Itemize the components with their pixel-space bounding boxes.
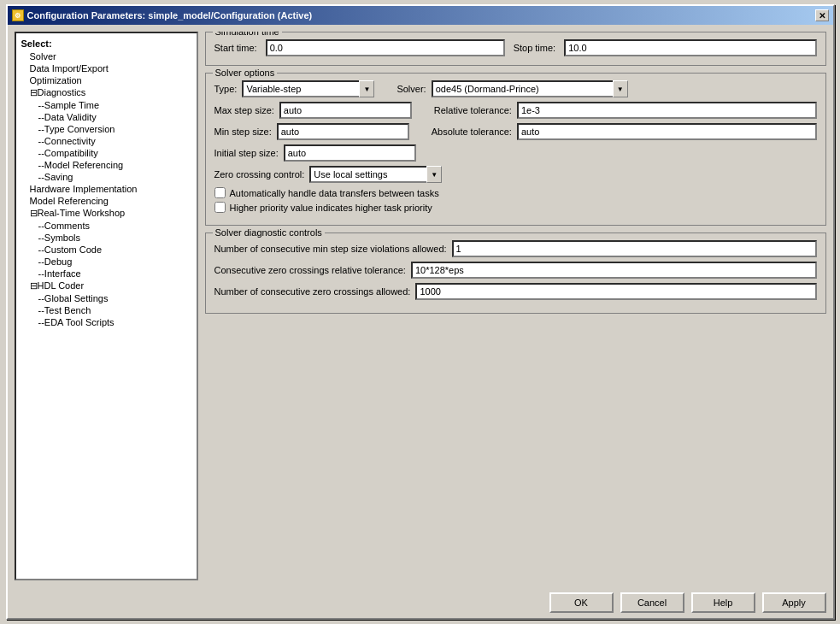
init-step-input[interactable] xyxy=(284,144,416,162)
simulation-time-group: Simulation time Start time: Stop time: xyxy=(205,32,826,66)
checkbox2[interactable] xyxy=(214,202,226,213)
sidebar-item-model-referencing-diag[interactable]: -- Model Referencing xyxy=(16,159,197,171)
help-button[interactable]: Help xyxy=(691,592,755,613)
max-step-label: Max step size: xyxy=(214,105,274,115)
sidebar-item-symbols[interactable]: -- Symbols xyxy=(16,232,197,244)
max-step-input[interactable] xyxy=(279,102,412,119)
zero-rel-tol-label: Consecutive zero crossings relative tole… xyxy=(214,265,406,275)
sidebar: Select: Solver Data Import/Export Optimi… xyxy=(15,32,198,580)
sidebar-item-optimization[interactable]: Optimization xyxy=(16,74,197,86)
sidebar-item-compatibility[interactable]: -- Compatibility xyxy=(16,147,197,159)
max-rel-row: Max step size: Relative tolerance: xyxy=(214,102,817,119)
solver-options-group: Solver options Type: Variable-step Fixed… xyxy=(205,73,826,226)
init-step-row: Initial step size: xyxy=(214,144,817,162)
checkbox2-label: Higher priority value indicates higher t… xyxy=(230,203,432,213)
sidebar-item-debug[interactable]: -- Debug xyxy=(16,256,197,268)
consec-min-label: Number of consecutive min step size viol… xyxy=(214,244,447,254)
min-step-label: Min step size: xyxy=(214,127,272,137)
close-button[interactable]: ✕ xyxy=(815,9,829,21)
type-label: Type: xyxy=(214,84,238,94)
consec-zero-input[interactable] xyxy=(415,283,816,300)
sidebar-item-type-conversion[interactable]: -- Type Conversion xyxy=(16,123,197,135)
sidebar-item-rtw[interactable]: ⊟ Real-Time Workshop xyxy=(16,207,197,220)
sidebar-header: Select: xyxy=(16,37,197,50)
main-content: Simulation time Start time: Stop time: S… xyxy=(205,32,826,580)
checkbox1-label: Automatically handle data transfers betw… xyxy=(230,188,439,198)
sidebar-item-interface[interactable]: -- Interface xyxy=(16,268,197,280)
sidebar-item-model-referencing[interactable]: Model Referencing xyxy=(16,195,197,207)
window-body: Select: Solver Data Import/Export Optimi… xyxy=(8,25,833,587)
sim-time-row: Start time: Stop time: xyxy=(214,39,817,56)
sidebar-item-solver[interactable]: Solver xyxy=(16,50,197,62)
rel-tol-input[interactable] xyxy=(517,102,817,119)
checkbox1[interactable] xyxy=(214,187,226,198)
consec-zero-row: Number of consecutive zero crossings all… xyxy=(214,283,817,300)
sim-time-group-label: Simulation time xyxy=(213,32,282,37)
sidebar-item-custom-code[interactable]: -- Custom Code xyxy=(16,244,197,256)
ok-button[interactable]: OK xyxy=(549,592,614,613)
sidebar-item-global-settings[interactable]: -- Global Settings xyxy=(16,292,197,304)
titlebar: ⚙ Configuration Parameters: simple_model… xyxy=(8,6,833,25)
window-title: Configuration Parameters: simple_model/C… xyxy=(27,10,313,21)
consec-min-row: Number of consecutive min step size viol… xyxy=(214,240,817,257)
start-time-label: Start time: xyxy=(214,43,257,53)
sidebar-item-saving[interactable]: -- Saving xyxy=(16,171,197,183)
solver-select-wrapper[interactable]: ode45 (Dormand-Prince) ode23 ode113 ode1… xyxy=(432,80,628,97)
type-select[interactable]: Variable-step Fixed-step xyxy=(242,80,374,97)
main-window: ⚙ Configuration Parameters: simple_model… xyxy=(6,4,835,620)
sidebar-item-connectivity[interactable]: -- Connectivity xyxy=(16,135,197,147)
sidebar-item-sample-time[interactable]: -- Sample Time xyxy=(16,99,197,111)
sidebar-item-test-bench[interactable]: -- Test Bench xyxy=(16,304,197,316)
checkbox2-row: Higher priority value indicates higher t… xyxy=(214,202,817,213)
sidebar-item-hdl-coder[interactable]: ⊟ HDL Coder xyxy=(16,280,197,292)
checkbox1-row: Automatically handle data transfers betw… xyxy=(214,187,817,198)
sidebar-item-comments[interactable]: -- Comments xyxy=(16,220,197,232)
solver-diagnostic-group: Solver diagnostic controls Number of con… xyxy=(205,233,826,314)
consec-min-input[interactable] xyxy=(452,240,817,257)
rel-tol-label: Relative tolerance: xyxy=(434,105,512,115)
start-time-input[interactable] xyxy=(266,39,505,56)
consec-zero-label: Number of consecutive zero crossings all… xyxy=(214,286,411,297)
min-abs-row: Min step size: Absolute tolerance: xyxy=(214,123,817,140)
abs-tol-label: Absolute tolerance: xyxy=(432,127,512,137)
stop-time-input[interactable] xyxy=(564,39,816,56)
min-step-input[interactable] xyxy=(277,123,409,140)
apply-button[interactable]: Apply xyxy=(762,592,826,613)
sidebar-item-hardware[interactable]: Hardware Implementation xyxy=(16,183,197,195)
zero-crossing-wrapper[interactable]: Use local settings Enable all Disable al… xyxy=(309,166,442,183)
sidebar-item-diagnostics[interactable]: ⊟ Diagnostics xyxy=(16,86,197,99)
solver-options-label: Solver options xyxy=(213,68,278,78)
type-select-wrapper[interactable]: Variable-step Fixed-step ▼ xyxy=(242,80,374,97)
init-step-label: Initial step size: xyxy=(214,148,279,158)
solver-label: Solver: xyxy=(397,84,426,94)
zero-crossing-label: Zero crossing control: xyxy=(214,169,305,180)
sidebar-item-data-import[interactable]: Data Import/Export xyxy=(16,62,197,74)
window-icon: ⚙ xyxy=(12,9,24,21)
zero-rel-tol-row: Consecutive zero crossings relative tole… xyxy=(214,262,817,279)
abs-tol-input[interactable] xyxy=(517,123,817,140)
solver-select[interactable]: ode45 (Dormand-Prince) ode23 ode113 ode1… xyxy=(432,80,628,97)
sidebar-item-data-validity[interactable]: -- Data Validity xyxy=(16,111,197,123)
zero-rel-tol-input[interactable] xyxy=(411,262,817,279)
type-solver-row: Type: Variable-step Fixed-step ▼ Solver:… xyxy=(214,80,817,97)
zero-crossing-row: Zero crossing control: Use local setting… xyxy=(214,166,817,183)
zero-crossing-select[interactable]: Use local settings Enable all Disable al… xyxy=(309,166,442,183)
solver-diag-label: Solver diagnostic controls xyxy=(213,227,325,238)
stop-time-label: Stop time: xyxy=(514,43,556,53)
sidebar-item-eda-tool[interactable]: -- EDA Tool Scripts xyxy=(16,316,197,328)
footer: OK Cancel Help Apply xyxy=(8,587,833,618)
cancel-button[interactable]: Cancel xyxy=(620,592,684,613)
